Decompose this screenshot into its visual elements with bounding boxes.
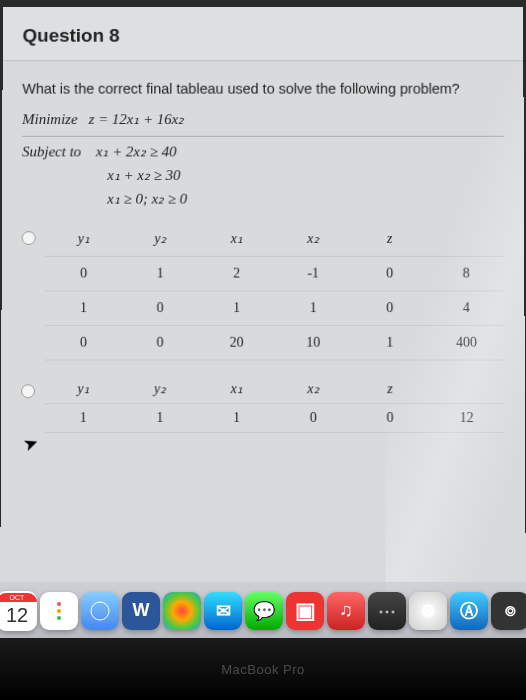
word-letter: W — [133, 600, 150, 621]
subject-line: Subject to x₁ + 2x₂ ≥ 40 — [22, 143, 504, 161]
tableau-2: y₁ y₂ x₁ x₂ z 1 1 1 0 0 — [45, 374, 505, 432]
appstore-icon[interactable]: Ⓐ — [450, 592, 488, 630]
settings-icon[interactable]: ⚙ — [409, 592, 447, 630]
table-row: 1 1 1 0 0 12 — [45, 404, 505, 433]
device-label: MacBook Pro — [221, 662, 305, 677]
subject-label: Subject to — [22, 144, 81, 160]
table-row: 0 0 20 10 1 400 — [45, 325, 505, 360]
app-icon-red[interactable]: ▣ — [286, 592, 324, 630]
question-prompt: What is the correct final tableau used t… — [22, 81, 503, 97]
mail-icon[interactable]: ✉ — [204, 592, 242, 630]
more-icon[interactable]: ⋯ — [368, 592, 406, 630]
objective-expr: z = 12x₁ + 16x₂ — [89, 111, 185, 127]
safari-icon[interactable] — [81, 592, 119, 630]
tableau-1: y₁ y₂ x₁ x₂ z 0 1 2 -1 0 — [45, 221, 505, 360]
constraint-1: x₁ + 2x₂ ≥ 40 — [96, 144, 177, 160]
table-row: 1 0 1 1 0 4 — [45, 291, 504, 326]
messages-icon[interactable]: 💬 — [245, 592, 283, 630]
music-icon[interactable]: ♫ — [327, 592, 365, 630]
word-icon[interactable]: W — [122, 592, 160, 630]
question-body: What is the correct final tableau used t… — [1, 61, 525, 443]
question-title: Question 8 — [23, 25, 504, 47]
constraint-3: x₁ ≥ 0; x₂ ≥ 0 — [22, 190, 504, 208]
calendar-icon[interactable]: OCT 12 — [0, 591, 37, 631]
option-1[interactable]: y₁ y₂ x₁ x₂ z 0 1 2 -1 0 — [21, 221, 505, 360]
laptop-bezel: MacBook Pro — [0, 638, 526, 700]
divider — [22, 136, 504, 137]
radio-2[interactable] — [21, 384, 35, 398]
macos-dock: OCT 12 W ✉ 💬 ▣ ♫ ⋯ ⚙ Ⓐ ⌾ — [0, 582, 526, 638]
calendar-day: 12 — [6, 602, 28, 628]
quiz-screen: Question 8 What is the correct final tab… — [0, 7, 526, 640]
terminal-icon[interactable]: ⌾ — [491, 592, 526, 630]
content: Question 8 What is the correct final tab… — [1, 7, 525, 442]
svg-point-0 — [91, 602, 109, 620]
table-row: 0 1 2 -1 0 8 — [45, 256, 504, 291]
table-header: y₁ y₂ x₁ x₂ z — [45, 374, 505, 403]
objective-line: Minimize z = 12x₁ + 16x₂ — [22, 110, 504, 128]
reminders-icon[interactable] — [40, 592, 78, 630]
radio-1[interactable] — [22, 231, 36, 245]
constraint-2: x₁ + x₂ ≥ 30 — [22, 166, 504, 184]
option-2[interactable]: y₁ y₂ x₁ x₂ z 1 1 1 0 0 — [21, 374, 505, 432]
photos-icon[interactable] — [163, 592, 201, 630]
minimize-label: Minimize — [22, 111, 77, 127]
question-header: Question 8 — [3, 7, 524, 61]
table-header: y₁ y₂ x₁ x₂ z — [45, 221, 504, 256]
calendar-month: OCT — [0, 593, 37, 602]
